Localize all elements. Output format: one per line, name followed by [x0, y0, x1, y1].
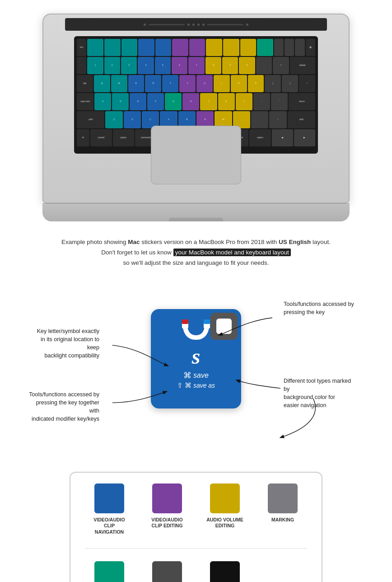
diagram-section: s ⌘ save ⇧ ⌘ save as Tools/functions acc…: [0, 282, 392, 463]
annotation-left-top: Key letter/symbol exactlyin its original…: [27, 327, 99, 360]
q-key: Q: [94, 75, 110, 92]
legend-item-5: CAPTURE: [143, 561, 191, 582]
2-key: 2: [104, 57, 120, 74]
kb-row-qwerty: tab Q W E R T Y U I O P [ ] \: [77, 75, 315, 92]
laptop-wrapper: esc ⏻: [42, 14, 350, 221]
annotation-left-bottom: Tools/functions accessed bypressing the …: [27, 390, 99, 423]
laptop-top-bar: [65, 18, 327, 31]
key-cmd-label: save: [193, 371, 209, 380]
svg-rect-3: [204, 319, 210, 324]
slash-key: /: [269, 111, 286, 128]
diagram-container: s ⌘ save ⇧ ⌘ save as Tools/functions acc…: [18, 291, 374, 445]
caption-section: Example photo showing Mac stickers versi…: [0, 230, 392, 282]
laptop-section: esc ⏻: [0, 0, 392, 230]
w-key: W: [111, 75, 127, 92]
equals-key: =: [273, 57, 289, 74]
minus-key: -: [256, 57, 272, 74]
f14-key: [295, 39, 304, 56]
shift-right-key: shift: [288, 111, 315, 128]
option-right-key: option: [249, 129, 271, 146]
9-key: 9: [222, 57, 238, 74]
caption-text-mid: stickers version on a MacBook Pro from 2…: [140, 239, 279, 245]
legend-item-1: VIDEO/AUDIOCLIP EDITING: [143, 483, 191, 535]
indicator-dot3: [197, 23, 200, 26]
g-key: G: [165, 93, 182, 110]
f5-key: [155, 39, 172, 56]
f8-key: [206, 39, 222, 56]
bracket-r-key: ]: [282, 75, 298, 92]
control-key: control: [90, 129, 112, 146]
caption-text-prefix: Example photo showing: [61, 239, 128, 245]
key-shift-cmd-row: ⇧ ⌘ save as: [177, 381, 215, 390]
f11-key: [257, 39, 273, 56]
big-key-wrapper: s ⌘ save ⇧ ⌘ save as: [151, 309, 241, 408]
semicolon-key: ;: [253, 93, 270, 110]
legend-swatch-marking: [268, 483, 298, 513]
caption-line2: Don't forget to let us know your MacBook…: [36, 248, 356, 258]
legend-label-audio: AUDIO VOLUMEEDITING: [206, 517, 243, 529]
f13-key: [285, 39, 294, 56]
6-key: 6: [172, 57, 187, 74]
kb-row-num: ` 1 2 3 4 5 6 7 8 9 0 - = delete: [77, 57, 315, 74]
4-key: 4: [138, 57, 154, 74]
legend-divider: [85, 548, 307, 549]
key-letter: s: [192, 344, 201, 369]
key-function-inner: [216, 319, 232, 334]
legend-swatch-editing: [152, 483, 182, 513]
legend-swatch-audio: [210, 483, 240, 513]
quote-key: ': [271, 93, 288, 110]
0-key: 0: [239, 57, 255, 74]
f1-key: [87, 39, 103, 56]
j-key: J: [200, 93, 217, 110]
trackpad[interactable]: [151, 126, 241, 184]
cmd-symbol: ⌘: [183, 371, 191, 380]
bracket-l-key: [: [265, 75, 281, 92]
caption-text-suffix: layout.: [311, 239, 331, 245]
delete-key: delete: [290, 57, 316, 74]
h-key: H: [182, 93, 199, 110]
speaker-grille-left: [149, 24, 185, 25]
legend-box: VIDEO/AUDIOCLIP NAVIGATION VIDEO/AUDIOCL…: [70, 472, 322, 582]
f-key: F: [147, 93, 164, 110]
caption-line1: Example photo showing Mac stickers versi…: [36, 237, 356, 248]
7-key: 7: [188, 57, 204, 74]
f6-key: [172, 39, 188, 56]
legend-item-6: OTHER: [201, 561, 249, 582]
return-key: return: [289, 93, 315, 110]
legend-swatch-other: [210, 561, 240, 582]
magnet-icon: [180, 317, 212, 342]
f2-key: [104, 39, 121, 56]
legend-label-editing: VIDEO/AUDIOCLIP EDITING: [151, 517, 182, 529]
power-dot: [246, 23, 248, 26]
key-shift-cmd-label: save as: [193, 382, 215, 389]
legend-item-4: CAMERATOGGLING: [85, 561, 134, 582]
1-key: 1: [87, 57, 103, 74]
fn-key: fn: [77, 129, 89, 146]
u-key: U: [196, 75, 213, 92]
f10-key: [240, 39, 257, 56]
d-key: D: [130, 93, 146, 110]
esc-key: esc: [77, 39, 86, 56]
power-key: ⏻: [306, 39, 315, 56]
r-key: R: [145, 75, 161, 92]
o-key: O: [231, 75, 247, 92]
legend-item-2: AUDIO VOLUMEEDITING: [201, 483, 249, 535]
backtick-key: `: [77, 57, 86, 74]
y-key: Y: [179, 75, 196, 92]
shift-symbol: ⇧: [177, 381, 183, 390]
p-key: P: [248, 75, 264, 92]
legend-label-marking: MARKING: [271, 517, 294, 523]
legend-swatch-capture: [152, 561, 182, 582]
z-key: Z: [105, 111, 122, 128]
f4-key: [138, 39, 154, 56]
caption-us-bold: US English: [279, 239, 311, 245]
cmd-symbol2: ⌘: [185, 381, 191, 390]
caption-line2-prefix: Don't forget to let us know: [101, 249, 173, 256]
indicator-dot4: [202, 23, 205, 26]
shift-left-key: shift: [77, 111, 104, 128]
legend-item-0: VIDEO/AUDIOCLIP NAVIGATION: [85, 483, 134, 535]
caption-mac-bold: Mac: [128, 239, 140, 245]
k-key: K: [218, 93, 235, 110]
l-key: L: [236, 93, 252, 110]
legend-label-nav: VIDEO/AUDIOCLIP NAVIGATION: [89, 517, 130, 535]
